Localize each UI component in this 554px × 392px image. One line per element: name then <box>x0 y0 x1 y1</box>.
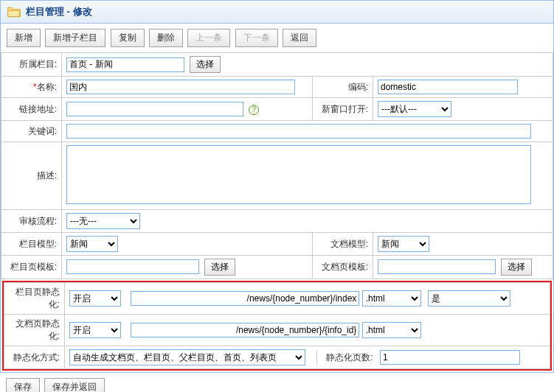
parent-input[interactable] <box>66 57 184 72</box>
copy-button[interactable]: 复制 <box>111 29 145 47</box>
page-title: 栏目管理 - 修改 <box>26 5 92 18</box>
back-button[interactable]: 返回 <box>283 29 316 47</box>
new-window-select[interactable]: ---默认--- <box>378 101 451 117</box>
label-description: 描述: <box>1 142 62 210</box>
label-name: *名称: <box>1 77 62 98</box>
static-section: 栏目页静态化: 开启 .html 是 文档页静态化: 开启 .html 静态化方… <box>2 281 552 371</box>
label-static-count: 静态化页数: <box>326 352 373 363</box>
select-parent-button[interactable]: 选择 <box>190 56 221 73</box>
name-input[interactable] <box>66 80 295 94</box>
doc-static-ext-select[interactable]: .html <box>362 322 421 338</box>
new-button[interactable]: 新增 <box>7 29 41 47</box>
footer: 保存 保存并返回 <box>0 373 554 392</box>
label-col-tpl: 栏目页模板: <box>1 256 62 279</box>
label-code: 编码: <box>313 77 373 98</box>
label-keywords: 关键词: <box>1 121 62 142</box>
doc-static-enable-select[interactable]: 开启 <box>69 322 121 338</box>
label-parent: 所属栏目: <box>1 53 62 77</box>
doc-model-select[interactable]: 新闻 <box>378 236 429 252</box>
select-doc-tpl-button[interactable]: 选择 <box>501 259 532 276</box>
save-back-button[interactable]: 保存并返回 <box>44 378 105 392</box>
toolbar: 新增 新增子栏目 复制 删除 上一条 下一条 返回 <box>0 24 554 52</box>
label-col-static: 栏目页静态化: <box>4 283 65 315</box>
col-tpl-input[interactable] <box>66 259 199 274</box>
static-count-input[interactable] <box>380 350 520 365</box>
col-static-enable-select[interactable]: 开启 <box>69 290 121 307</box>
label-doc-static: 文档页静态化: <box>4 315 65 346</box>
label-link: 链接地址: <box>1 98 62 121</box>
col-static-yes-select[interactable]: 是 <box>428 290 510 307</box>
label-static-mode: 静态化方式: <box>4 346 65 369</box>
new-child-button[interactable]: 新增子栏目 <box>45 29 105 47</box>
save-button[interactable]: 保存 <box>6 378 40 392</box>
label-workflow: 审核流程: <box>1 210 62 233</box>
workflow-select[interactable]: ---无--- <box>66 213 140 229</box>
delete-button[interactable]: 删除 <box>149 29 183 47</box>
prev-button: 上一条 <box>187 29 230 47</box>
col-static-ext-select[interactable]: .html <box>362 290 421 307</box>
col-model-select[interactable]: 新闻 <box>66 236 118 252</box>
label-doc-model: 文档模型: <box>313 233 373 256</box>
link-input[interactable] <box>66 102 243 116</box>
doc-static-path-input[interactable] <box>131 323 359 337</box>
label-col-model: 栏目模型: <box>1 233 62 256</box>
page-header: 栏目管理 - 修改 <box>0 0 554 24</box>
form-table: 所属栏目: 选择 *名称: 编码: 链接地址: ? 新窗口打开: ---默认--… <box>1 52 553 279</box>
help-icon[interactable]: ? <box>249 105 259 115</box>
description-textarea[interactable] <box>66 145 531 204</box>
label-doc-tpl: 文档页模板: <box>313 256 373 279</box>
keywords-input[interactable] <box>66 124 531 139</box>
folder-icon <box>7 5 21 18</box>
col-static-path-input[interactable] <box>131 291 359 306</box>
select-col-tpl-button[interactable]: 选择 <box>204 259 235 276</box>
label-new-window: 新窗口打开: <box>313 98 373 121</box>
code-input[interactable] <box>378 80 518 94</box>
static-mode-select[interactable]: 自动生成文档页、栏目页、父栏目页、首页、列表页 <box>69 349 305 365</box>
next-button: 下一条 <box>235 29 278 47</box>
doc-tpl-input[interactable] <box>378 259 496 274</box>
